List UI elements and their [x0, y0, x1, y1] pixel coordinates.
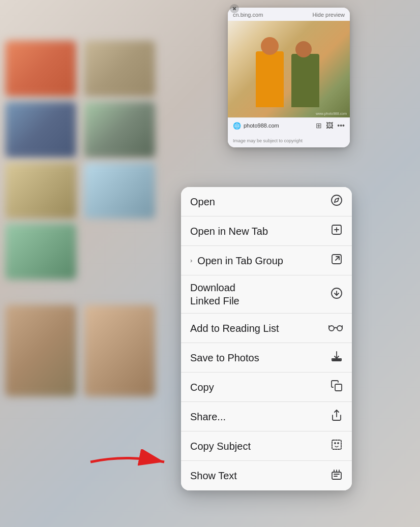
svg-point-0	[332, 195, 342, 205]
preview-domain: cn.bing.com	[233, 12, 263, 18]
menu-item-show-text[interactable]: Show Text	[181, 461, 352, 490]
preview-footer-actions: ⊞ 🖼 •••	[316, 121, 345, 130]
menu-item-open-left: Open	[190, 196, 215, 208]
preview-more-icon[interactable]: •••	[337, 121, 345, 130]
menu-copy-subject-label: Copy Subject	[190, 440, 251, 452]
svg-point-18	[338, 443, 339, 444]
menu-download-label: DownloadLinked File	[190, 281, 239, 307]
menu-item-share-left: Share...	[190, 411, 226, 423]
menu-open-tab-group-label: Open in Tab Group	[197, 255, 283, 267]
preview-copyright: Image may be subject to copyright	[228, 133, 350, 147]
bg-tile-3	[5, 102, 76, 158]
menu-item-open-new-tab[interactable]: Open in New Tab	[181, 216, 352, 246]
menu-open-label: Open	[190, 196, 215, 208]
menu-item-reading-list-left: Add to Reading List	[190, 322, 279, 334]
arrow-indicator	[85, 449, 177, 475]
bg-tile-9	[5, 224, 76, 280]
menu-item-copy-left: Copy	[190, 381, 214, 393]
preview-image-icon[interactable]: 🖼	[326, 121, 333, 130]
menu-reading-list-label: Add to Reading List	[190, 322, 279, 334]
menu-show-text-label: Show Text	[190, 470, 237, 482]
svg-rect-16	[332, 440, 341, 449]
menu-copy-label: Copy	[190, 381, 214, 393]
download-circle-icon	[331, 287, 343, 302]
selection-dashes-icon	[331, 439, 343, 453]
globe-icon: 🌐	[233, 122, 241, 130]
svg-point-9	[329, 326, 334, 331]
copyright-text: Image may be subject to copyright	[233, 138, 303, 143]
svg-rect-19	[332, 472, 341, 479]
compass-icon	[331, 194, 343, 209]
menu-item-download[interactable]: DownloadLinked File	[181, 275, 352, 314]
bg-tile-5	[5, 163, 76, 219]
preview-footer: 🌐 photo988.com ⊞ 🖼 •••	[228, 117, 350, 133]
plus-square-icon	[331, 224, 343, 238]
menu-item-copy-subject[interactable]: Copy Subject	[181, 431, 352, 461]
menu-item-open-tab-group[interactable]: › Open in Tab Group	[181, 246, 352, 275]
preview-close-button[interactable]	[230, 4, 239, 13]
copy-icon	[331, 380, 343, 394]
menu-item-save-photos-left: Save to Photos	[190, 352, 259, 364]
preview-url: photo988.com	[244, 122, 279, 129]
menu-item-save-photos[interactable]: Save to Photos	[181, 343, 352, 373]
text-scan-icon	[331, 469, 343, 483]
menu-item-open-new-tab-left: Open in New Tab	[190, 225, 268, 237]
preview-header: cn.bing.com Hide preview	[228, 8, 350, 21]
bg-tile-8	[84, 305, 155, 396]
preview-card: cn.bing.com Hide preview www.photo988.co…	[228, 8, 350, 147]
save-photos-icon	[331, 350, 343, 365]
eyeglasses-icon	[328, 322, 343, 334]
bg-tile-7	[5, 305, 76, 396]
bg-tile-2	[84, 41, 155, 97]
svg-point-10	[337, 326, 342, 331]
menu-save-photos-label: Save to Photos	[190, 352, 259, 364]
svg-marker-1	[335, 198, 339, 202]
context-menu: Open Open in New Tab › Open in Tab Group	[181, 187, 352, 490]
preview-grid-icon[interactable]: ⊞	[316, 121, 322, 130]
bg-tile-6	[84, 163, 155, 219]
chevron-right-icon: ›	[190, 257, 192, 264]
share-icon	[331, 409, 343, 424]
svg-rect-14	[335, 384, 342, 391]
preview-watermark: www.photo988.com	[316, 112, 347, 115]
preview-url-row: 🌐 photo988.com	[233, 122, 279, 130]
menu-item-download-left: DownloadLinked File	[190, 281, 239, 307]
menu-share-label: Share...	[190, 411, 226, 423]
menu-item-copy[interactable]: Copy	[181, 373, 352, 402]
figure-1	[256, 51, 284, 107]
svg-point-17	[335, 443, 336, 444]
preview-image: www.photo988.com	[228, 21, 350, 117]
menu-item-open-tab-group-left: › Open in Tab Group	[190, 255, 283, 267]
preview-hide-label[interactable]: Hide preview	[312, 12, 345, 18]
svg-line-6	[336, 257, 339, 260]
bg-tile-4	[84, 102, 155, 158]
menu-item-show-text-left: Show Text	[190, 470, 237, 482]
bg-tile-1	[5, 41, 76, 97]
menu-item-share[interactable]: Share...	[181, 402, 352, 431]
menu-item-open[interactable]: Open	[181, 187, 352, 216]
menu-item-reading-list[interactable]: Add to Reading List	[181, 314, 352, 343]
arrow-up-right-square-icon	[331, 253, 343, 268]
menu-item-copy-subject-left: Copy Subject	[190, 440, 251, 452]
menu-open-new-tab-label: Open in New Tab	[190, 225, 268, 237]
figure-2	[291, 54, 319, 107]
